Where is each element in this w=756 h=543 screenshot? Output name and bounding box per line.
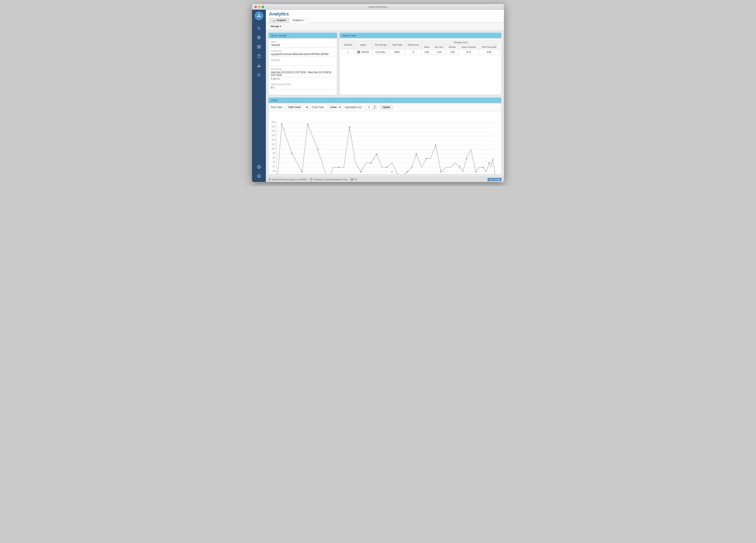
- sessions-text: 2/2: [354, 178, 357, 181]
- toolbar: Manage ▾: [266, 23, 504, 30]
- status-timezone: Timezone: Central European Time: [310, 178, 347, 181]
- chart-panel: Chart Data Type: Calls Count Mean Durati…: [268, 97, 502, 174]
- sidebar-item-alerts[interactable]: [255, 71, 263, 79]
- clock-icon: [310, 178, 313, 181]
- svg-point-61: [338, 167, 339, 168]
- svg-text:100: 100: [272, 148, 275, 150]
- memory-text: 347.33 MB: [489, 178, 500, 181]
- svg-text:60: 60: [273, 165, 275, 168]
- data-type-select[interactable]: Calls Count Mean Duration Errors Count: [286, 105, 309, 110]
- svg-point-65: [376, 153, 377, 154]
- svg-point-71: [416, 153, 417, 154]
- svg-text:160: 160: [272, 121, 275, 123]
- svg-point-77: [466, 158, 467, 159]
- spin-down-button[interactable]: ▼: [373, 107, 376, 109]
- status-memory: 347.33 MB: [488, 178, 502, 181]
- col-mean: Mean: [422, 45, 432, 49]
- maximize-button[interactable]: [262, 6, 264, 8]
- svg-point-62: [349, 127, 350, 128]
- sidebar-item-home[interactable]: [255, 172, 263, 180]
- query-details-panel: Query Details Agent *kona1$ Component or…: [268, 33, 337, 95]
- sidebar-item-settings[interactable]: [255, 163, 263, 171]
- aggregation-label: Aggregation [s]:: [345, 106, 362, 109]
- chart-type-select[interactable]: Linear Bar Area: [328, 105, 342, 110]
- parameter-field: Parameter: [271, 59, 334, 66]
- sidebar-item-files[interactable]: [255, 52, 263, 60]
- parameter-value: [271, 62, 334, 66]
- chart-svg-container: 0 10 20 30 40 50 60 70 80 90 100: [268, 113, 501, 174]
- svg-point-56: [291, 153, 293, 154]
- traffic-lights: [254, 6, 264, 8]
- tab-analytics-label: Analytics: [276, 19, 286, 22]
- svg-text:70: 70: [273, 161, 275, 163]
- col-agent: Agent: [355, 40, 372, 49]
- timezone-text: Timezone: Central European Time: [313, 178, 347, 181]
- svg-rect-14: [259, 47, 261, 48]
- manage-label: Manage: [270, 25, 279, 28]
- query-details-body: Agent *kona1$ Component org.apache.tomca…: [268, 38, 337, 95]
- agent-value: *kona1$: [271, 44, 334, 47]
- stats-table: Enabled Agent Time Range Total Calls Tot…: [341, 40, 500, 55]
- sidebar-item-target[interactable]: [255, 33, 263, 42]
- svg-text:80: 80: [273, 157, 275, 159]
- col-time-range: Time Range: [372, 40, 389, 49]
- row-upper-quartile: 6.72: [458, 49, 479, 55]
- svg-point-19: [259, 166, 260, 167]
- svg-point-79: [482, 167, 484, 168]
- tab-analysis1[interactable]: Analysis-1 ×: [290, 18, 309, 23]
- processing-time-field: Total Processing Time 0 s: [271, 83, 334, 90]
- app-logo[interactable]: [254, 11, 263, 20]
- chart-type-label: Chart Type:: [312, 106, 325, 109]
- connection-text: debian [fs2demo.flopsar.com:9000]: [272, 178, 307, 181]
- sidebar-item-grid[interactable]: [255, 43, 263, 51]
- svg-point-73: [435, 144, 436, 146]
- svg-point-72: [426, 158, 427, 159]
- spin-up-button[interactable]: ▲: [373, 105, 376, 107]
- scroll-area[interactable]: Query Details Agent *kona1$ Component or…: [266, 30, 504, 177]
- row-enabled: ✓: [342, 49, 355, 55]
- close-button[interactable]: [254, 6, 257, 8]
- row-mean: 6.65: [422, 49, 432, 55]
- sidebar: [252, 10, 266, 182]
- svg-point-67: [391, 171, 393, 172]
- parameter-label: Parameter: [271, 59, 334, 61]
- minimize-button[interactable]: [258, 6, 261, 8]
- col-total-calls: Total Calls: [389, 40, 405, 49]
- page-title: Analytics: [269, 11, 501, 17]
- result-stats-panel: Result Stats Enabled Agent Time Range To…: [340, 33, 502, 95]
- update-button[interactable]: Update: [380, 105, 393, 109]
- col-total-errors: Total Errors: [405, 40, 422, 49]
- svg-text:150: 150: [272, 125, 275, 128]
- sidebar-bottom: [255, 162, 263, 180]
- agent-color-swatch: [357, 51, 360, 53]
- manage-button[interactable]: Manage ▾: [268, 24, 283, 29]
- svg-point-74: [440, 171, 442, 172]
- agent-field: Agent *kona1$: [271, 41, 334, 47]
- result-stats-body: Enabled Agent Time Range Total Calls Tot…: [340, 38, 501, 56]
- svg-text:120: 120: [272, 139, 275, 141]
- data-type-label: Data Type:: [271, 106, 283, 109]
- duration-value: 5 min 0 s: [271, 78, 334, 81]
- row-percentile-90: 8.95: [479, 49, 500, 55]
- main-content-area: Analytics 📊 Analytics Analysis-1 × Manag…: [266, 10, 504, 182]
- tab-analytics[interactable]: 📊 Analytics: [269, 18, 289, 22]
- aggregation-input[interactable]: [365, 105, 373, 109]
- sidebar-item-analytics[interactable]: [255, 61, 263, 69]
- svg-text:50: 50: [273, 170, 275, 172]
- svg-point-76: [459, 166, 460, 167]
- query-details-header: Query Details: [268, 33, 337, 38]
- top-panels-row: Query Details Agent *kona1$ Component or…: [268, 33, 502, 95]
- time-range-field: Time Range Wed Nov 23 15:03:51 CET 2016 …: [271, 68, 334, 81]
- svg-rect-11: [258, 45, 259, 47]
- svg-line-4: [259, 15, 260, 16]
- svg-line-7: [260, 29, 261, 30]
- svg-point-10: [259, 37, 259, 38]
- tab-close-button[interactable]: ×: [305, 19, 306, 21]
- app-window: Flopsar Workstation: [252, 4, 504, 182]
- chart-header: Chart: [268, 98, 501, 103]
- col-median: Median: [446, 45, 458, 49]
- check-icon: ✓: [347, 50, 349, 54]
- sidebar-item-search[interactable]: [255, 24, 263, 32]
- svg-text:140: 140: [272, 130, 275, 132]
- time-range-value: Wed Nov 23 15:03:51 CET 2016 - Wed Nov 2…: [271, 71, 334, 78]
